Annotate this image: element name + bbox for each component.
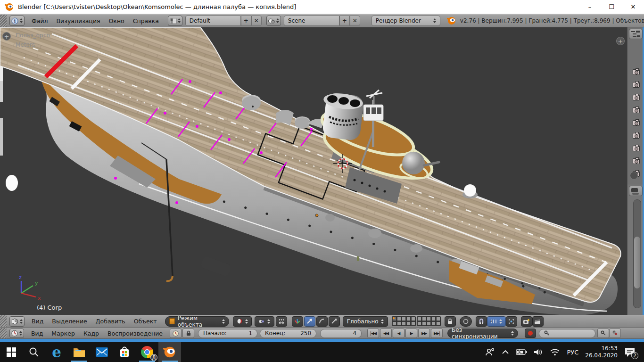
minimize-button[interactable]: –: [579, 0, 601, 14]
menu-marker[interactable]: Маркер: [47, 330, 79, 337]
layer-toggle[interactable]: [392, 321, 396, 326]
menu-help[interactable]: Справка: [129, 17, 163, 25]
restrict-render-icon[interactable]: [633, 69, 640, 75]
editor-type-info-button[interactable]: i: [9, 16, 25, 26]
properties-scrollbar[interactable]: [633, 199, 641, 308]
layout-name-field[interactable]: Default: [185, 16, 241, 26]
time-cursor-toggle[interactable]: [170, 329, 182, 338]
layer-toggle[interactable]: [427, 321, 431, 326]
outliner-toggle-circle[interactable]: [630, 172, 638, 180]
transform-orientation-dropdown[interactable]: Глобально: [343, 316, 388, 327]
layer-toggle[interactable]: [436, 321, 440, 326]
layer-toggle[interactable]: [431, 317, 436, 321]
layer-toggle[interactable]: [422, 321, 426, 326]
header-resize-grip[interactable]: [0, 315, 7, 327]
editor-type-timeline-button[interactable]: [9, 329, 24, 338]
restrict-render-icon[interactable]: [633, 133, 640, 139]
menu-view[interactable]: Вид: [27, 330, 47, 337]
properties-editor-button[interactable]: [629, 186, 643, 196]
keying-set-field[interactable]: [539, 329, 595, 338]
menu-playback[interactable]: Воспроизведение: [103, 330, 167, 337]
speaker-icon[interactable]: [534, 348, 543, 356]
layer-toggle[interactable]: [411, 321, 415, 326]
scrollbar-thumb[interactable]: [634, 237, 640, 288]
play-reverse-button[interactable]: ◀: [393, 329, 405, 338]
lock-to-scene-button[interactable]: [445, 316, 456, 327]
next-keyframe-button[interactable]: ▶▶: [418, 329, 430, 338]
show-hidden-icons-chevron[interactable]: [502, 349, 509, 355]
layout-add-button[interactable]: +: [241, 16, 251, 26]
layer-toggle[interactable]: [411, 317, 415, 321]
scene-add-button[interactable]: +: [339, 16, 350, 26]
restrict-render-icon[interactable]: [633, 158, 640, 164]
layer-toggle[interactable]: [406, 317, 411, 321]
taskbar-blender-active[interactable]: [158, 342, 181, 362]
layer-toggle[interactable]: [392, 317, 396, 321]
jump-to-start-button[interactable]: |◀◀: [367, 329, 379, 338]
menu-window[interactable]: Окно: [105, 17, 129, 25]
wifi-icon[interactable]: [550, 348, 560, 356]
pivot-align-toggle[interactable]: [276, 316, 287, 327]
auto-keyframe-record-button[interactable]: [525, 329, 536, 338]
sync-mode-dropdown[interactable]: Без синхронизации: [447, 329, 518, 338]
manipulator-toggle-button[interactable]: [292, 316, 303, 327]
layer-toggle[interactable]: [422, 317, 426, 321]
menu-select[interactable]: Выделение: [48, 318, 91, 325]
snap-element-dropdown[interactable]: [487, 316, 506, 327]
rotate-manipulator-button[interactable]: [316, 316, 328, 327]
play-button[interactable]: ▶: [405, 329, 417, 338]
layers-widget[interactable]: [392, 316, 441, 326]
battery-icon[interactable]: [516, 349, 527, 355]
search-button[interactable]: [23, 342, 45, 362]
delete-keyframe-button[interactable]: [609, 329, 621, 338]
layer-toggle[interactable]: [402, 321, 406, 326]
menu-object[interactable]: Объект: [130, 318, 161, 325]
taskbar-clock[interactable]: 16:53 26.04.2020: [585, 345, 618, 359]
maximize-button[interactable]: ☐: [601, 0, 622, 14]
layer-toggle[interactable]: [397, 317, 401, 321]
layer-toggle[interactable]: [436, 317, 440, 321]
start-button[interactable]: [0, 342, 23, 362]
viewport-shading-dropdown[interactable]: [233, 316, 252, 327]
taskbar-edge[interactable]: e: [45, 342, 68, 362]
jump-to-end-button[interactable]: ▶▶|: [431, 329, 443, 338]
lock-time-button[interactable]: [182, 329, 194, 338]
layer-toggle[interactable]: [402, 317, 406, 321]
restrict-render-icon[interactable]: [633, 95, 640, 100]
people-icon[interactable]: [485, 348, 495, 356]
layer-toggle[interactable]: [397, 321, 401, 326]
menu-render[interactable]: Визуализация: [52, 17, 105, 25]
properties-region-expand-button[interactable]: +: [616, 37, 625, 45]
taskbar-mail[interactable]: [91, 342, 113, 362]
restrict-render-icon[interactable]: [633, 107, 640, 113]
viewport-3d[interactable]: z y x Польз_орто Meters (4) Corp + +: [0, 27, 644, 315]
editor-type-view3d-button[interactable]: [9, 316, 25, 327]
restrict-render-icon[interactable]: [633, 146, 640, 151]
scale-manipulator-button[interactable]: [329, 316, 340, 327]
frame-end-field[interactable]: Конец: 250: [260, 329, 316, 338]
layer-toggle[interactable]: [417, 321, 421, 326]
action-center-button[interactable]: 2: [624, 347, 636, 357]
taskbar-chrome[interactable]: Д: [136, 342, 158, 362]
layer-toggle[interactable]: [427, 317, 431, 321]
interaction-mode-dropdown[interactable]: Режим объекта: [165, 316, 229, 327]
proportional-edit-button[interactable]: [460, 316, 472, 327]
snap-toggle-button[interactable]: [476, 316, 487, 327]
header-resize-grip[interactable]: [0, 328, 7, 338]
scene-name-field[interactable]: Scene: [284, 16, 339, 26]
frame-start-field[interactable]: Начало: 1: [198, 329, 257, 338]
white-buoy-object[interactable]: [6, 175, 18, 191]
toolshelf-expand-button[interactable]: +: [2, 32, 11, 41]
layer-toggle[interactable]: [406, 321, 411, 326]
layer-toggle[interactable]: [417, 317, 421, 321]
snap-target-button[interactable]: [506, 316, 517, 327]
pivot-point-dropdown[interactable]: [255, 316, 274, 327]
close-button[interactable]: ✕: [622, 0, 644, 14]
outliner-editor-button[interactable]: [629, 29, 643, 39]
scene-selector-button[interactable]: [266, 16, 281, 26]
menu-view[interactable]: Вид: [27, 318, 48, 325]
menu-frame[interactable]: Кадр: [79, 330, 103, 337]
layer-toggle[interactable]: [431, 321, 436, 326]
taskbar-file-explorer[interactable]: [68, 342, 91, 362]
restrict-render-icon[interactable]: [633, 120, 640, 126]
